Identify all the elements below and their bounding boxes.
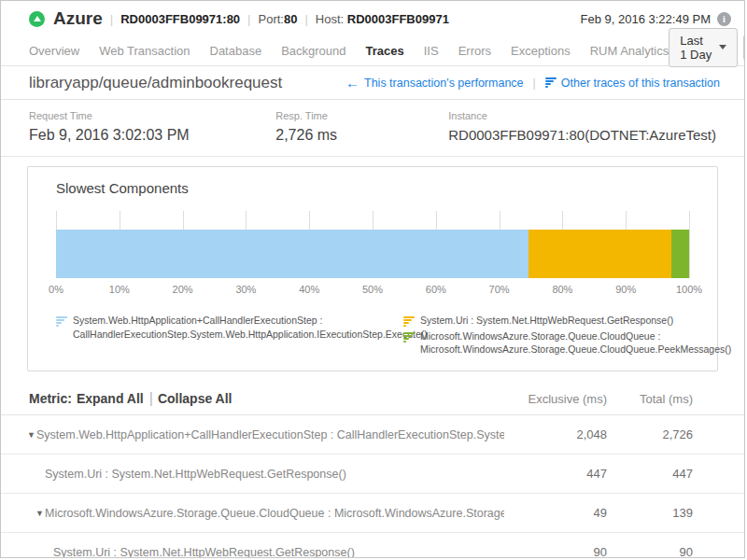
bar-segment-http-web-request-get-response — [529, 230, 671, 278]
column-header-exclusive: Exclusive (ms) — [504, 392, 607, 406]
x-axis-tick: 70% — [489, 284, 510, 295]
metric-name: System.Uri : System.Net.HttpWebRequest.G… — [53, 546, 504, 558]
exclusive-ms-value: 49 — [504, 506, 607, 520]
slowest-components-panel: Slowest Components 0%10%20%30%40%50%60%7… — [27, 166, 718, 371]
metric-row[interactable]: ▼System.Web.HttpApplication+CallHandlerE… — [1, 415, 744, 455]
gridline — [689, 211, 690, 278]
metric-label: Metric: — [29, 391, 72, 406]
metric-name: System.Web.HttpApplication+CallHandlerEx… — [36, 428, 504, 441]
stacked-bar-chart: 0%10%20%30%40%50%60%70%80%90%100% — [56, 211, 689, 299]
metric-row: System.Uri : System.Net.HttpWebRequest.G… — [1, 455, 744, 494]
tab-web-transaction[interactable]: Web Transaction — [99, 44, 190, 58]
tab-traces[interactable]: Traces — [366, 44, 404, 58]
column-header-total: Total (ms) — [607, 392, 693, 406]
x-axis-tick: 90% — [615, 284, 636, 295]
separator: | — [149, 390, 153, 407]
app-window: Azure | RD0003FFB09971:80 | Port:80 | Ho… — [0, 0, 745, 558]
tab-background[interactable]: Background — [281, 44, 345, 58]
collapse-all-link[interactable]: Collapse All — [158, 391, 233, 406]
legend-column-right: System.Uri : System.Net.HttpWebRequest.G… — [403, 314, 731, 357]
legend-item-http-web-request-get-response: System.Uri : System.Net.HttpWebRequest.G… — [403, 314, 731, 328]
server-id: RD0003FFB09971:80 — [120, 12, 240, 26]
resp-time-value: 2,726 ms — [275, 127, 448, 144]
total-ms-value: 447 — [607, 467, 693, 481]
chevron-down-icon — [719, 45, 726, 49]
legend-column-left: System.Web.HttpApplication+CallHandlerEx… — [56, 314, 403, 357]
expand-all-link[interactable]: Expand All — [77, 391, 144, 406]
bar-segment-cloud-queue-peek-messages — [671, 230, 689, 278]
request-time-block: Request Time Feb 9, 2016 3:02:03 PM — [29, 110, 275, 144]
tab-overview[interactable]: Overview — [29, 44, 79, 58]
x-axis-tick: 10% — [109, 284, 130, 295]
x-axis-tick: 0% — [49, 284, 63, 295]
other-traces-link[interactable]: Other traces of this transaction — [545, 77, 720, 90]
x-axis-tick: 100% — [676, 284, 702, 295]
trace-list-icon — [545, 77, 557, 88]
metric-table-header: Metric: Expand All | Collapse All Exclus… — [1, 383, 744, 415]
exclusive-ms-value: 2,048 — [504, 427, 607, 441]
x-axis-tick: 30% — [235, 284, 256, 295]
instance-block: Instance RD0003FFB09971:80(DOTNET:AzureT… — [448, 110, 716, 144]
transaction-title-row: libraryapp/queue/adminbookrequest ← This… — [1, 66, 744, 100]
port-info: Port:80 — [258, 12, 297, 26]
total-ms-value: 139 — [607, 506, 693, 520]
instance-label: Instance — [448, 110, 716, 121]
time-range-dropdown[interactable]: Last 1 Day — [669, 28, 738, 67]
nav-bar: OverviewWeb TransactionDatabaseBackgroun… — [1, 36, 744, 66]
exclusive-ms-value: 447 — [504, 467, 607, 481]
stacked-bar — [56, 230, 689, 278]
arrow-left-icon: ← — [345, 76, 359, 90]
separator: | — [533, 77, 536, 90]
separator: | — [247, 12, 250, 26]
x-axis-tick: 40% — [299, 284, 319, 295]
request-time-value: Feb 9, 2016 3:02:03 PM — [29, 127, 275, 144]
collapse-caret-icon[interactable]: ▼ — [35, 509, 45, 518]
legend-label: System.Uri : System.Net.HttpWebRequest.G… — [420, 314, 673, 328]
legend-item-cloud-queue-peek-messages: Microsoft.WindowsAzure.Storage.Queue.Clo… — [403, 329, 731, 357]
total-ms-value: 2,726 — [607, 427, 693, 441]
tab-errors[interactable]: Errors — [458, 44, 491, 58]
tab-iis[interactable]: IIS — [424, 44, 439, 58]
resp-time-block: Resp. Time 2,726 ms — [275, 110, 448, 144]
legend-bars-icon — [403, 316, 415, 328]
legend-bars-icon — [403, 332, 415, 357]
total-ms-value: 90 — [607, 545, 693, 558]
separator: | — [304, 12, 307, 26]
request-time-label: Request Time — [29, 110, 275, 121]
tab-rum-analytics[interactable]: RUM Analytics — [590, 44, 669, 58]
legend-label: Microsoft.WindowsAzure.Storage.Queue.Clo… — [420, 329, 731, 357]
x-axis-labels: 0%10%20%30%40%50%60%70%80%90%100% — [56, 284, 689, 297]
time-range-label: Last 1 Day — [680, 34, 712, 62]
legend-label: System.Web.HttpApplication+CallHandlerEx… — [73, 314, 428, 341]
metric-row[interactable]: ▼Microsoft.WindowsAzure.Storage.Queue.Cl… — [1, 494, 744, 533]
instance-value: RD0003FFB09971:80(DOTNET:AzureTest) — [448, 127, 716, 143]
hamburger-menu-button[interactable] — [743, 35, 745, 61]
bar-segment-call-handler-execution-step — [56, 230, 529, 278]
resp-time-label: Resp. Time — [275, 110, 448, 121]
x-axis-tick: 20% — [173, 284, 193, 295]
x-axis-tick: 80% — [552, 284, 572, 295]
legend-bars-icon — [56, 316, 67, 341]
status-up-icon — [29, 11, 45, 27]
x-axis-tick: 60% — [426, 284, 446, 295]
legend-item-call-handler-execution-step: System.Web.HttpApplication+CallHandlerEx… — [56, 314, 403, 341]
host-info: Host: RD0003FFB09971 — [316, 12, 449, 26]
request-info-row: Request Time Feb 9, 2016 3:02:03 PM Resp… — [1, 100, 744, 157]
current-timestamp: Feb 9, 2016 3:22:49 PM — [581, 12, 711, 26]
exclusive-ms-value: 90 — [504, 545, 607, 558]
metric-name: Microsoft.WindowsAzure.Storage.Queue.Clo… — [45, 507, 504, 520]
metric-table-body: ▼System.Web.HttpApplication+CallHandlerE… — [1, 415, 744, 558]
chart-legend: System.Web.HttpApplication+CallHandlerEx… — [56, 314, 689, 357]
transaction-performance-link[interactable]: ← This transaction's performance — [345, 76, 524, 90]
app-name: Azure — [53, 8, 103, 29]
tab-database[interactable]: Database — [210, 44, 262, 58]
separator: | — [110, 12, 113, 26]
top-header: Azure | RD0003FFB09971:80 | Port:80 | Ho… — [1, 1, 744, 36]
collapse-caret-icon[interactable]: ▼ — [27, 430, 36, 440]
metric-name: System.Uri : System.Net.HttpWebRequest.G… — [45, 468, 504, 481]
metric-row: System.Uri : System.Net.HttpWebRequest.G… — [1, 533, 744, 558]
tab-exceptions[interactable]: Exceptions — [511, 44, 571, 58]
info-icon[interactable]: i — [717, 12, 731, 26]
chart-title: Slowest Components — [56, 180, 689, 196]
transaction-title: libraryapp/queue/adminbookrequest — [29, 74, 282, 92]
